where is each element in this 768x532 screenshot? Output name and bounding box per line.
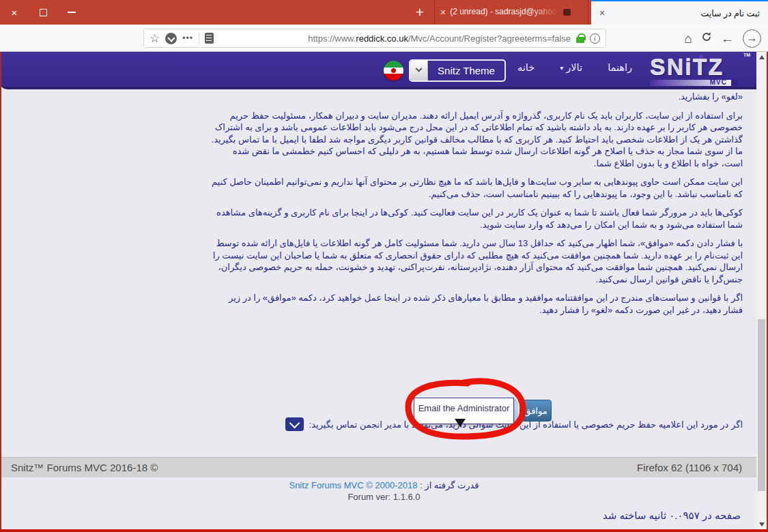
page-actions-icon[interactable]: ••• [182,33,193,43]
window-minimize-button[interactable] [57,0,86,25]
logo-square [731,80,737,86]
nav-item-help[interactable]: راهنما [608,62,632,73]
chevron-down-icon: ▾ [560,64,563,72]
intro-line: «لغو» را بفشارید. [209,91,743,103]
reload-button[interactable] [701,31,712,45]
powered-by-footer: قدرت گرفته از : Snitz Forums MVC © 2000-… [0,477,768,502]
tab-close-icon[interactable]: × [440,7,446,18]
url-path: /Mvc/Account/Register?agreeterms=false [408,33,571,44]
terms-paragraph: کوکی‌ها باید در مرورگر شما فعال باشند تا… [209,207,743,231]
maximize-icon [40,9,47,16]
title-bar: × + × (2 unread) - sadrasjd@yahoo.c × ثب… [0,0,768,25]
agree-button[interactable]: موافق [520,400,552,422]
logo-dot [699,55,703,59]
powered-by-line: قدرت گرفته از : Snitz Forums MVC © 2000-… [0,480,768,490]
theme-select[interactable]: Snitz Theme [409,59,506,82]
snitz-forums-link[interactable]: Snitz Forums MVC © 2000-2018 [289,480,417,490]
close-icon: × [12,7,18,18]
terms-text: «لغو» را بفشارید. برای استفاده از این سا… [209,91,743,399]
chevron-down-icon [416,65,423,72]
tab-audio-icon[interactable] [563,9,571,16]
lock-icon[interactable] [576,37,584,43]
window-close-button[interactable]: × [0,0,29,25]
page-timing: صفحه در ۰.۰۹۵۷ ثانیه ساخته شد [603,509,741,522]
window-border [0,529,768,532]
site-nav: خانه تالار▾ راهنما [517,62,632,73]
forward-icon: → [747,33,758,44]
terms-paragraph: اگر با قوانین و سیاست‌های مندرج در این م… [209,292,743,316]
forum-copyright: Snitz™ Forums MVC 2016-18 © [11,462,158,473]
tab-close-icon[interactable]: × [599,8,605,18]
scrollbar-thumb[interactable] [758,319,765,491]
scroll-down-arrow[interactable] [756,519,767,529]
browser-version: Firefox 62 (1106 x 704) [637,462,742,473]
status-footer: Snitz™ Forums MVC 2016-18 © Firefox 62 (… [0,457,768,477]
window-controls: × [0,0,86,25]
tab-active[interactable]: × ثبت نام در سایت [591,0,768,25]
nav-item-home[interactable]: خانه [517,62,535,73]
snitz-logo[interactable]: SNiTZTM MVC [650,55,749,86]
mouse-cursor [455,419,466,427]
window-border [0,52,1,532]
reload-icon [701,31,712,42]
snitz-logo-mvc: MVC [710,78,727,86]
triangle-down-icon [759,522,765,527]
back-button[interactable]: ← [721,32,734,45]
forum-version: Forum ver: 1.1.6.0 [0,492,768,502]
pocket-icon[interactable] [165,33,177,44]
select-dropdown-button[interactable] [410,61,428,80]
iran-flag-icon[interactable] [384,61,403,80]
bookmark-star-icon[interactable]: ☆ [150,33,160,44]
tm-mark: TM [743,53,750,57]
nav-item-forum[interactable]: تالار▾ [560,62,582,73]
forward-button[interactable]: → [743,29,761,48]
home-button[interactable]: ⌂ [685,32,692,45]
window-maximize-button[interactable] [29,0,57,25]
snitz-logo-text: SNiTZTM [650,55,749,78]
url-domain: reddick.co.uk [356,33,408,44]
browser-nav-buttons: ⌂ ← → [685,25,761,52]
minimize-icon [68,12,76,13]
scroll-up-arrow[interactable] [756,52,767,62]
terms-paragraph: با فشار دادن دکمه «موافق»، شما اظهار می‌… [209,237,743,285]
new-tab-button[interactable]: + [408,1,431,23]
theme-select-value: Snitz Theme [428,61,504,80]
url-text[interactable]: https://www.reddick.co.uk/Mvc/Account/Re… [219,33,571,44]
reader-mode-icon[interactable] [205,33,214,44]
tab-label: (2 unread) - sadrasjd@yahoo.c [450,7,559,18]
info-icon[interactable]: i [590,33,600,44]
tab-background[interactable]: × (2 unread) - sadrasjd@yahoo.c [434,0,588,25]
url-bar[interactable]: ☆ ••• https://www.reddick.co.uk/Mvc/Acco… [143,29,606,48]
browser-window: × + × (2 unread) - sadrasjd@yahoo.c × ثب… [0,0,768,532]
vertical-scrollbar[interactable] [756,52,767,529]
email-admin-icon[interactable] [285,417,304,431]
terms-paragraph: این سایت ممکن است حاوی پیوندهایی به سایر… [209,176,743,200]
url-prefix: https://www. [308,33,356,44]
triangle-up-icon [759,55,765,59]
tab-label: ثبت نام در سایت [605,8,760,18]
terms-paragraph: برای استفاده از این سایت، کاربران باید ی… [209,110,743,170]
divider [199,33,199,44]
snitz-logo-bar: MVC [650,80,737,86]
